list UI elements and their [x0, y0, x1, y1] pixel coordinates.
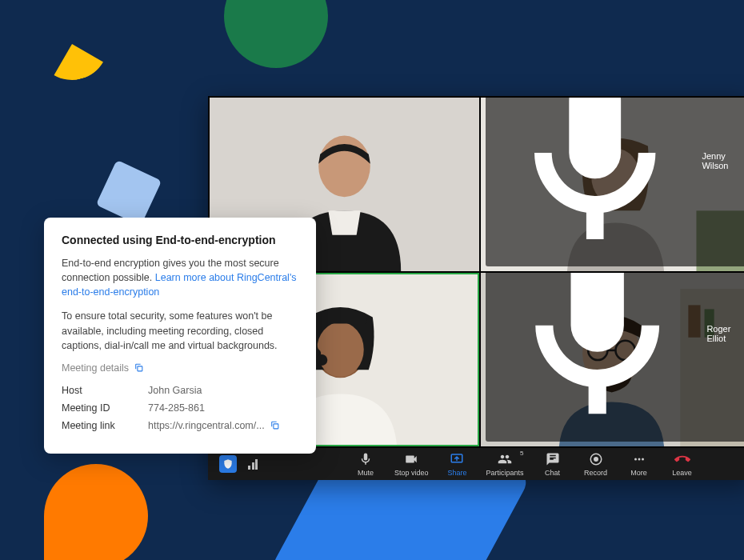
mute-label: Mute: [358, 469, 374, 477]
meeting-id-row: Meeting ID 774-285-861: [62, 402, 298, 414]
share-button[interactable]: Share: [438, 448, 476, 480]
copy-icon: [134, 362, 144, 373]
popover-description-1: End-to-end encryption gives you the most…: [62, 256, 298, 299]
encryption-shield-button[interactable]: [219, 455, 237, 473]
video-tile-4[interactable]: Roger Elliot: [481, 273, 744, 446]
camera-icon: [403, 451, 419, 467]
copy-link-icon[interactable]: [270, 420, 280, 430]
meeting-link-value: https://v.ringcentral.com/...: [148, 420, 265, 431]
microphone-icon: [358, 451, 374, 467]
signal-bar-icon: [255, 459, 258, 470]
meeting-details-link[interactable]: Meeting details: [62, 362, 298, 374]
svg-point-23: [638, 458, 640, 461]
participants-button[interactable]: 5 Participants: [481, 448, 528, 480]
meeting-id-label: Meeting ID: [62, 402, 148, 414]
shield-icon: [222, 458, 234, 470]
svg-rect-10: [314, 318, 367, 324]
leave-button[interactable]: Leave: [663, 448, 702, 480]
host-row: Host John Garsia: [62, 385, 298, 396]
popover-title: Connected using End-to-end-encryption: [62, 234, 298, 246]
decor-yellow-shape: [28, 0, 116, 88]
encryption-popover: Connected using End-to-end-encryption En…: [44, 218, 316, 454]
share-label: Share: [447, 469, 466, 477]
record-button[interactable]: Record: [577, 448, 615, 480]
participants-count-badge: 5: [520, 450, 523, 457]
more-icon: [631, 451, 647, 467]
stop-video-button[interactable]: Stop video: [390, 448, 434, 480]
meeting-link-label: Meeting link: [62, 420, 148, 431]
mic-icon: [491, 273, 703, 440]
decor-lightblue-square: [96, 160, 162, 226]
mic-icon: [491, 98, 698, 265]
people-icon: [497, 451, 513, 467]
svg-point-9: [316, 354, 327, 366]
signal-bar-icon: [252, 462, 254, 470]
decor-orange-drop: [44, 464, 148, 560]
svg-point-8: [317, 322, 364, 378]
more-label: More: [630, 469, 647, 477]
decor-green-circle: [224, 0, 328, 68]
more-button[interactable]: More: [620, 448, 658, 480]
record-label: Record: [584, 469, 607, 477]
hangup-icon: [674, 451, 690, 467]
share-screen-icon: [449, 451, 465, 467]
name-tag-2: Jenny Wilson: [486, 98, 744, 266]
chat-label: Chat: [545, 469, 560, 477]
meeting-link-row: Meeting link https://v.ringcentral.com/.…: [62, 420, 298, 431]
stop-video-label: Stop video: [394, 469, 429, 477]
host-value: John Garsia: [148, 385, 298, 396]
host-label: Host: [62, 385, 148, 396]
svg-point-21: [594, 458, 598, 462]
leave-label: Leave: [672, 469, 692, 477]
record-icon: [588, 451, 604, 467]
svg-point-24: [642, 458, 644, 461]
name-tag-4: Roger Elliot: [486, 273, 744, 442]
svg-rect-25: [138, 366, 142, 371]
participants-label: Participants: [486, 469, 523, 477]
participant-name-4: Roger Elliot: [706, 324, 744, 343]
svg-rect-26: [274, 424, 278, 429]
svg-point-22: [634, 458, 637, 461]
participant-name-2: Jenny Wilson: [702, 151, 744, 170]
signal-bar-icon: [248, 466, 250, 470]
meeting-details-label: Meeting details: [62, 362, 129, 374]
chat-button[interactable]: Chat: [534, 448, 572, 480]
meeting-id-value: 774-285-861: [148, 402, 298, 414]
chat-icon: [545, 451, 561, 467]
mute-button[interactable]: Mute: [346, 448, 385, 480]
signal-strength-button[interactable]: [248, 458, 258, 470]
video-tile-2[interactable]: Jenny Wilson: [481, 98, 744, 271]
popover-description-2: To ensure total security, some features …: [62, 309, 298, 352]
